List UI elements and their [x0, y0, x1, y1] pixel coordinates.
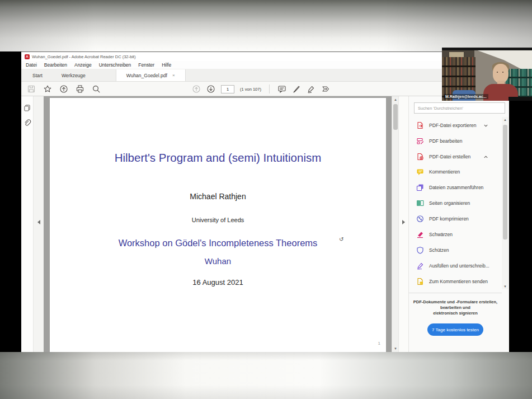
- redact-icon: [416, 231, 424, 238]
- attachments-icon[interactable]: [23, 119, 31, 126]
- free-trial-button[interactable]: 7 Tage kostenlos testen: [427, 323, 483, 336]
- tool-redact[interactable]: Schwärzen: [409, 227, 501, 242]
- document-pane: Hilbert's Program and (semi) Intuitionis…: [44, 96, 392, 352]
- slide-page-number: 1: [378, 341, 380, 346]
- chevron-down-icon[interactable]: [483, 123, 488, 128]
- webcam-name-label: M.Rathjen@leeds.ac...: [444, 94, 488, 99]
- save-icon[interactable]: [27, 85, 36, 93]
- page-count-label: (1 von 107): [240, 87, 261, 92]
- pdf-page[interactable]: Hilbert's Program and (semi) Intuitionis…: [50, 98, 386, 352]
- page-thumbnails-icon[interactable]: [23, 104, 31, 111]
- menu-fenster[interactable]: Fenster: [138, 62, 154, 68]
- webcam-person-eye: [502, 72, 503, 73]
- navigation-rail: [21, 96, 34, 352]
- fill-sign-icon: [416, 262, 424, 270]
- window-title: Wuhan_Goedel.pdf - Adobe Acrobat Reader …: [32, 54, 135, 59]
- chevron-up-icon[interactable]: [483, 154, 488, 159]
- acrobat-app-icon: A: [25, 54, 30, 59]
- webcam-bottom-bar: [509, 97, 532, 101]
- tool-export-pdf[interactable]: PDF-Datei exportieren: [409, 118, 501, 133]
- print-icon[interactable]: [76, 85, 84, 93]
- menu-bar: Datei Bearbeiten Anzeige Unterschreiben …: [21, 61, 509, 69]
- star-icon[interactable]: [43, 85, 52, 93]
- slide-location: Wuhan: [50, 256, 386, 266]
- tool-fill-sign[interactable]: Ausfüllen und unterschreib...: [409, 258, 501, 274]
- search-icon[interactable]: [92, 85, 101, 93]
- mouse-cursor-icon: ↺: [339, 236, 343, 242]
- tab-werkzeuge[interactable]: Werkzeuge: [54, 69, 93, 81]
- window-titlebar: A Wuhan_Goedel.pdf - Adobe Acrobat Reade…: [21, 52, 509, 61]
- letterbox-bottom: [0, 352, 532, 399]
- slide-event: Workshop on Gödel's Incompleteness Theor…: [50, 238, 386, 248]
- webcam-person-head: [493, 64, 509, 83]
- tool-create-pdf[interactable]: PDF-Datei erstellen: [409, 149, 501, 165]
- comment-tool-icon[interactable]: [277, 85, 286, 93]
- protect-shield-icon: [416, 246, 424, 254]
- tools-search-input[interactable]: [414, 102, 505, 114]
- slide-affiliation: University of Leeds: [50, 217, 386, 223]
- acrobat-window: A Wuhan_Goedel.pdf - Adobe Acrobat Reade…: [21, 51, 509, 351]
- tool-compress-pdf[interactable]: PDF komprimieren: [409, 211, 501, 227]
- tab-document[interactable]: Wuhan_Goedel.pdf ×: [116, 69, 186, 81]
- fill-sign-tool-icon[interactable]: [307, 85, 316, 93]
- comment-icon: [416, 168, 424, 176]
- page-number-input[interactable]: [221, 85, 234, 93]
- tab-document-label: Wuhan_Goedel.pdf: [126, 73, 167, 78]
- send-comments-icon: [416, 278, 424, 285]
- promo-text: PDF-Dokumente und -Formulare erstellen, …: [409, 299, 502, 316]
- tools-panel: PDF-Datei exportieren PDF bearbeiten PDF…: [408, 96, 509, 352]
- menu-hilfe[interactable]: Hilfe: [162, 62, 171, 68]
- webcam-overlay: M.Rathjen@leeds.ac...: [442, 48, 532, 101]
- previous-page-icon[interactable]: [192, 85, 201, 93]
- document-scrollbar-thumb[interactable]: [393, 104, 398, 130]
- panel-divider: [409, 293, 502, 293]
- video-frame: A Wuhan_Goedel.pdf - Adobe Acrobat Reade…: [0, 0, 532, 399]
- slide-title: Hilbert's Program and (semi) Intuitionis…: [50, 151, 386, 165]
- menu-bearbeiten[interactable]: Bearbeiten: [44, 62, 67, 68]
- window-body: Hilbert's Program and (semi) Intuitionis…: [21, 96, 509, 352]
- panel-scrollbar-thumb[interactable]: [503, 125, 507, 240]
- compress-pdf-icon: [416, 215, 424, 223]
- tool-protect[interactable]: Schützen: [409, 242, 501, 258]
- export-pdf-icon: [416, 121, 424, 129]
- slide-author: Michael Rathjen: [50, 192, 386, 201]
- menu-datei[interactable]: Datei: [26, 62, 37, 68]
- tab-start[interactable]: Start: [25, 69, 50, 81]
- create-pdf-icon: [416, 153, 424, 161]
- send-track-tool-icon[interactable]: [321, 85, 330, 93]
- share-icon[interactable]: [59, 85, 68, 93]
- letterbox-top: [0, 0, 532, 51]
- highlight-tool-icon[interactable]: [292, 85, 301, 93]
- collapse-pane-arrow-icon[interactable]: [37, 220, 40, 224]
- panel-scroll-up-icon[interactable]: ▲: [502, 118, 509, 121]
- edit-pdf-icon: [416, 137, 424, 145]
- webcam-person-eye: [497, 72, 498, 73]
- webcam-top-bar: [442, 48, 532, 50]
- tool-send-comments[interactable]: Zum Kommentieren senden: [409, 274, 501, 289]
- tool-combine-files[interactable]: Dateien zusammenführen: [409, 180, 501, 195]
- tab-close-icon[interactable]: ×: [172, 73, 175, 78]
- toolbar-divider: [269, 85, 270, 93]
- tab-bar: Start Werkzeuge Wuhan_Goedel.pdf ×: [21, 69, 509, 82]
- expand-panel-arrow-icon[interactable]: [402, 220, 405, 224]
- tool-organize-pages[interactable]: Seiten organisieren: [409, 195, 501, 211]
- menu-unterschreiben[interactable]: Unterschreiben: [99, 62, 131, 68]
- tool-edit-pdf[interactable]: PDF bearbeiten: [409, 133, 501, 149]
- organize-pages-icon: [416, 199, 424, 207]
- menu-anzeige[interactable]: Anzeige: [74, 62, 92, 68]
- document-scrollbar[interactable]: ▲ ▼: [392, 96, 398, 352]
- slide-date: 16 August 2021: [50, 278, 386, 287]
- main-toolbar: (1 von 107): [21, 82, 509, 96]
- panel-scrollbar[interactable]: ▲ ▼: [502, 117, 509, 289]
- panel-scroll-down-icon[interactable]: ▼: [502, 285, 509, 288]
- combine-files-icon: [416, 184, 424, 191]
- next-page-icon[interactable]: [206, 85, 215, 93]
- tool-comment[interactable]: Kommentieren: [409, 164, 501, 180]
